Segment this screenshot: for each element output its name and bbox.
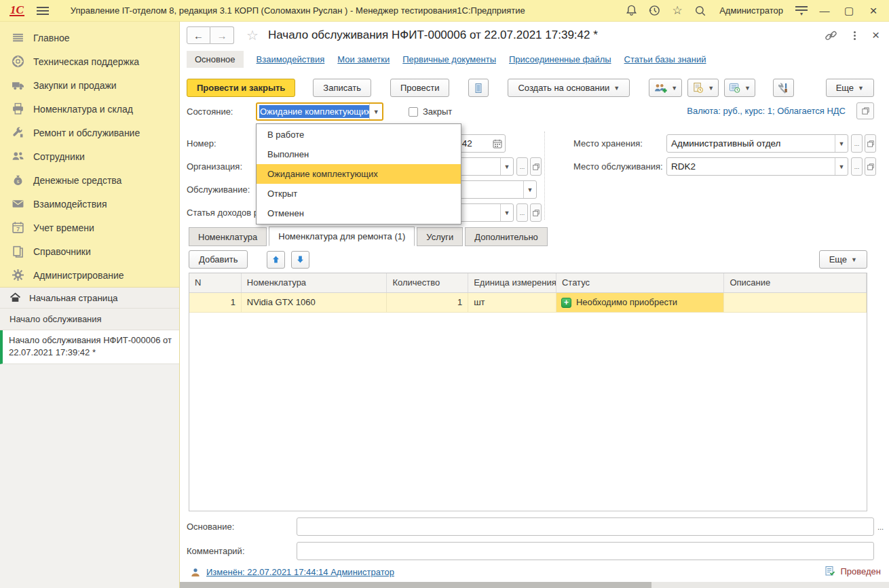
dropdown-arrow-icon[interactable]: ▼ — [835, 158, 848, 175]
move-down-button[interactable] — [291, 251, 309, 269]
table-row[interactable]: 1 NVidia GTX 1060 1 шт + Необходимо прио… — [189, 293, 867, 313]
document-timer-button[interactable]: ▼ — [687, 79, 719, 97]
sidebar-filler — [0, 364, 179, 588]
close-window-button[interactable]: × — [866, 3, 881, 18]
tools-settings-button[interactable] — [773, 79, 794, 97]
posted-status: Проведен — [825, 566, 881, 576]
closed-checkbox-label[interactable]: Закрыт — [423, 106, 452, 117]
open-window-item[interactable]: Начало обслуживания — [0, 309, 179, 330]
organization-choose-button[interactable]: ... — [516, 157, 528, 176]
notifications-bell-icon[interactable] — [624, 4, 638, 18]
sidebar-item-money[interactable]: s Денежные средства — [0, 168, 179, 192]
storage-place-combobox[interactable]: Административный отдел ▼ — [666, 134, 848, 153]
dropdown-option-cancelled[interactable]: Отменен — [257, 203, 461, 223]
cell-n: 1 — [189, 293, 242, 312]
minimize-button[interactable]: — — [817, 5, 832, 16]
history-icon[interactable] — [647, 4, 661, 18]
sidebar-item-employees[interactable]: Сотрудники — [0, 144, 179, 168]
tab-main[interactable]: Основное — [187, 51, 244, 68]
service-place-choose-button[interactable]: ... — [851, 157, 863, 176]
move-up-button[interactable] — [267, 251, 285, 269]
sidebar-item-interactions[interactable]: Взаимодействия — [0, 192, 179, 216]
column-header-status[interactable]: Статус — [556, 273, 724, 292]
current-user[interactable]: Администратор — [719, 5, 783, 16]
forward-button[interactable]: → — [210, 26, 234, 44]
column-header-nomenclature[interactable]: Номенклатура — [242, 273, 387, 292]
horizontal-scrollbar[interactable] — [180, 582, 889, 588]
income-item-choose-button[interactable]: ... — [516, 203, 528, 222]
column-header-description[interactable]: Описание — [724, 273, 867, 292]
document-toolbar: Провести и закрыть Записать Провести Соз… — [180, 73, 889, 102]
more-menu-icon[interactable] — [854, 35, 856, 37]
table-more-button[interactable]: Еще ▼ — [819, 250, 867, 269]
create-interaction-button[interactable]: ▼ — [649, 79, 682, 97]
post-button[interactable]: Провести — [390, 79, 450, 97]
organization-open-icon[interactable] — [530, 157, 542, 176]
storage-place-choose-button[interactable]: ... — [851, 134, 863, 153]
dropdown-arrow-icon[interactable]: ▼ — [835, 135, 848, 152]
basis-input[interactable] — [297, 517, 874, 536]
favorite-star-icon[interactable]: ☆ — [246, 27, 259, 43]
link-knowledge-base[interactable]: Статьи базы знаний — [624, 54, 706, 64]
main-menu-icon[interactable] — [37, 7, 49, 15]
dropdown-option-open[interactable]: Открыт — [257, 184, 461, 203]
back-button[interactable]: ← — [187, 26, 210, 44]
link-icon[interactable] — [825, 29, 837, 42]
tab-services[interactable]: Услуги — [417, 227, 463, 246]
dropdown-arrow-icon[interactable]: ▼ — [523, 181, 536, 198]
create-based-on-button[interactable]: Создать на основании ▼ — [508, 79, 630, 97]
dropdown-option-waiting-parts[interactable]: Ожидание комплектующих — [257, 164, 461, 184]
search-icon[interactable] — [694, 4, 707, 18]
state-combobox[interactable]: Ожидание комплектующих ▼ — [256, 102, 383, 121]
sidebar-item-nomenclature-warehouse[interactable]: Номенклатура и склад — [0, 97, 179, 121]
tab-nomenclature-for-repair[interactable]: Номенклатура для ремонта (1) — [269, 227, 415, 246]
maximize-button[interactable]: ▢ — [841, 5, 856, 17]
more-button[interactable]: Еще ▼ — [826, 79, 874, 97]
basis-choose-button[interactable]: ... — [877, 523, 884, 531]
closed-checkbox[interactable] — [409, 107, 418, 117]
scrollbar-thumb[interactable] — [180, 582, 651, 588]
comment-input[interactable] — [297, 542, 874, 560]
dropdown-arrow-icon[interactable]: ▼ — [500, 204, 513, 221]
user-menu-icon[interactable]: ▾ — [795, 6, 808, 16]
tab-nomenclature[interactable]: Номенклатура — [189, 227, 267, 246]
link-my-notes[interactable]: Мои заметки — [337, 54, 390, 64]
service-place-open-icon[interactable] — [865, 157, 876, 176]
link-interactions[interactable]: Взаимодействия — [257, 54, 325, 64]
income-item-open-icon[interactable] — [530, 203, 542, 222]
column-header-quantity[interactable]: Количество — [387, 273, 468, 292]
sidebar-item-repair-service[interactable]: Ремонт и обслуживание — [0, 121, 179, 144]
sidebar-item-main[interactable]: Главное — [0, 26, 179, 50]
open-window-item-active[interactable]: Начало обслуживания НФИТ-000006 от 22.07… — [0, 330, 179, 364]
service-place-combobox[interactable]: RDK2 ▼ — [666, 157, 848, 176]
link-primary-documents[interactable]: Первичные документы — [402, 54, 496, 64]
dropdown-arrow-icon[interactable]: ▼ — [500, 158, 513, 175]
dropdown-arrow-icon[interactable]: ▼ — [369, 104, 382, 119]
modified-info-link[interactable]: Изменён: 22.07.2021 17:44:14 Администрат… — [206, 567, 394, 577]
sidebar-item-administration[interactable]: Администрирование — [0, 263, 179, 287]
sidebar-item-purchases-sales[interactable]: Закупки и продажи — [0, 73, 179, 97]
favorites-star-icon[interactable]: ☆ — [670, 4, 684, 18]
link-attached-files[interactable]: Присоединенные файлы — [509, 54, 611, 64]
sidebar-item-time-tracking[interactable]: 7 Учет времени — [0, 216, 179, 239]
dropdown-option-done[interactable]: Выполнен — [257, 144, 461, 164]
dropdown-option-in-progress[interactable]: В работе — [257, 125, 461, 144]
storage-place-value: Административный отдел — [667, 138, 780, 149]
calendar-icon[interactable] — [493, 139, 502, 149]
home-page-item[interactable]: Начальная страница — [0, 287, 179, 309]
save-button[interactable]: Записать — [313, 79, 371, 97]
post-and-close-button[interactable]: Провести и закрыть — [187, 79, 295, 97]
sidebar-item-reference-books[interactable]: Справочники — [0, 239, 179, 263]
storage-place-open-icon[interactable] — [865, 134, 876, 153]
report-timer-button[interactable]: ▼ — [724, 79, 755, 97]
posting-register-button[interactable] — [468, 79, 489, 97]
column-header-n[interactable]: N — [189, 273, 242, 292]
tab-additional[interactable]: Дополнительно — [465, 227, 548, 246]
close-document-icon[interactable]: × — [872, 30, 879, 41]
currency-info-link[interactable]: Валюта: руб., курс: 1; Облагается НДС — [687, 106, 846, 116]
home-page-label: Начальная страница — [29, 293, 118, 303]
sidebar-item-support[interactable]: Техническая поддержка — [0, 50, 179, 73]
add-row-button[interactable]: Добавить — [189, 250, 248, 269]
currency-copy-icon[interactable] — [856, 102, 874, 119]
column-header-unit[interactable]: Единица измерения — [468, 273, 556, 292]
